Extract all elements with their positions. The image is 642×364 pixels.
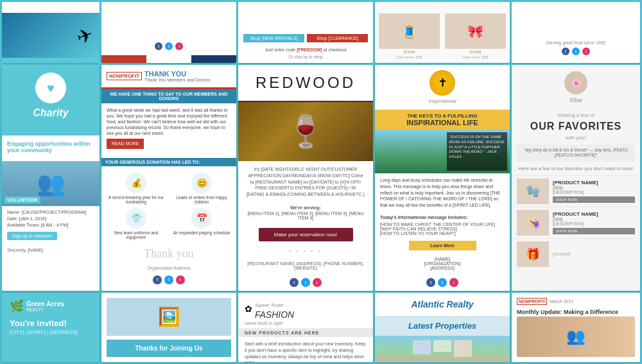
product-name-2: [PRODUCT NAME] (553, 211, 635, 217)
thanks-joining-banner: Thanks for Joining Us (107, 340, 231, 357)
smiles-icon: 😊 (191, 173, 212, 193)
thankyou-script: Thank you (101, 243, 236, 264)
shop-buttons: Shop [NEW ARRIVALS] Shop [CLEARANCE] (238, 31, 373, 45)
favorites-brand: Élise (518, 97, 634, 103)
ga-realty-label: REALTY (26, 308, 64, 313)
favorites-title: OUR FAVORITES (512, 121, 640, 135)
leaf-icon: 🌿 (10, 299, 24, 313)
product-price-2: [$$$] (553, 217, 635, 221)
fundraising-icon: 💰 (126, 173, 146, 193)
blue-bar (191, 55, 236, 63)
nonprofit-ig-icon[interactable]: i (176, 275, 185, 284)
inspire-tw-icon[interactable]: t (438, 278, 447, 287)
product-label-1: [ITEM] (379, 49, 440, 54)
volunteer-label: VOLUNTEER (4, 196, 40, 204)
nonprofit2-image: 👥 (517, 316, 635, 357)
ga-brand-name: Green Acres (26, 300, 64, 308)
nonprofit-fb-icon[interactable]: f (153, 275, 162, 284)
airline-card-top: ✈ (2, 2, 100, 63)
icon-item-2: 😊 Loads of smiles from happy children (171, 173, 232, 204)
form-times-field: Available Times: [8 AM - 4 PM] (7, 223, 94, 227)
charity-header: ♥ Charity (2, 65, 100, 135)
charity-card: ♥ Charity Engaging opportunities within … (2, 65, 100, 291)
promo-suffix: at checkout (322, 48, 347, 52)
product-label-2: [ITEM] (445, 49, 506, 54)
nonprofit-logo: NONPROFIT (107, 72, 142, 80)
product-image-3: 🎁 (517, 241, 549, 267)
product-item-2: 👒 [PRODUCT NAME] [$$$] [DESCRIPTION] SHO… (512, 207, 640, 238)
atlantic-realty-card: Atlantic Realty Latest Properties (375, 293, 510, 362)
green-acres-card: 🌿 Green Acres REALTY You're invited! [CI… (2, 293, 100, 362)
white-bar (146, 55, 191, 63)
fashion-inner: ✿ Sweet Tooth FASHION sweet tooth in sty… (238, 293, 373, 362)
form-date-field: Date: [JAN 1, 2016] (7, 216, 94, 221)
shop-now-btn-1[interactable]: SHOP NOW (553, 196, 635, 203)
inspire-footer: [NAME] [ORGANIZATION] [ADDRESS] (375, 253, 510, 274)
patriotic-fb-icon[interactable]: f (155, 42, 162, 50)
charity-heart-icon: ♥ (47, 81, 55, 96)
red-bar (101, 55, 146, 63)
icon-item-1: 💰 A record-breaking year for our fundrai… (105, 173, 167, 204)
placeholder-icon: 🖼️ (158, 306, 180, 327)
product-price-2: Sale price: [$$] (445, 54, 506, 59)
promo-prefix: Just enter code (265, 48, 297, 52)
footer-address: [ADDRESS] (380, 266, 505, 270)
atlantic-brand: Atlantic Realty (381, 299, 503, 309)
nonprofit-card: NONPROFIT THANK YOU Thank You Members an… (101, 65, 236, 291)
learn-more-btn[interactable]: Learn More (409, 241, 476, 250)
inspire-ig-icon[interactable]: i (449, 278, 458, 287)
promo-code-area: Just enter code [FREEDOM] at checkout (238, 45, 373, 55)
restaurant-fb-icon[interactable]: f (562, 48, 569, 55)
redwood-footer: [RESTAURANT NAME], [ADDRESS], [PHONE NUM… (238, 257, 373, 274)
favorites-prompt: Here are a few of our favorites you don'… (512, 166, 640, 175)
inspire-body: Long days and busy schedules can make li… (375, 173, 510, 212)
inspire-logo: ✝ (429, 70, 455, 96)
product-desc-2: [DESCRIPTION] (553, 221, 635, 226)
invited-text: You're invited! (10, 318, 92, 328)
image-overlay (238, 102, 373, 161)
new-arrivals-btn[interactable]: Shop [NEW ARRIVALS] (243, 34, 304, 42)
airline-image: ✈ (2, 13, 100, 58)
redwood-header: REDWOOD (238, 65, 373, 102)
shop-card-top: Shop [NEW ARRIVALS] Shop [CLEARANCE] Jus… (238, 2, 373, 63)
property-house-1 (413, 340, 431, 354)
shop-now-btn-2[interactable]: SHOP NOW (553, 228, 635, 234)
patriotic-text: f t i (101, 40, 236, 55)
patriotic-tw-icon[interactable]: t (165, 42, 173, 50)
airline-plane-icon: ✈ (74, 22, 96, 48)
green-acres-logo: 🌿 Green Acres REALTY (10, 299, 92, 313)
product-item-1: 🧤 [PRODUCT NAME] [$$$] [DESCRIPTION] SHO… (512, 175, 640, 207)
invited-sub: [CITY], [STATE] | [ADDRESS] (10, 329, 92, 335)
green-acres-inner: 🌿 Green Acres REALTY You're invited! [CI… (2, 293, 100, 362)
fashion-brand-row: ✿ Sweet Tooth FASHION (245, 298, 367, 320)
main-row: ♥ Charity Engaging opportunities within … (2, 65, 640, 291)
redwood-menu: We're serving: [MENU ITEM 1], [MENU ITEM… (238, 203, 373, 223)
reservation-btn[interactable]: Make your reservation now! (259, 228, 353, 241)
footer-name: [NAME] (380, 257, 505, 261)
product-top-2: 🎀 [ITEM] Sale price: [$$] (445, 13, 506, 59)
signup-btn[interactable]: Sign up to volunteer (7, 232, 57, 240)
clearance-btn[interactable]: Shop [CLEARANCE] (307, 34, 368, 42)
property-house-2 (433, 340, 451, 352)
inspirational-card: ✝ Inspirational THE KEYS TO A FULFILLING… (375, 65, 510, 291)
restaurant-ig-icon[interactable]: i (582, 48, 590, 55)
nonprofit-tw-icon[interactable]: t (164, 275, 173, 284)
charity-body: Engaging opportunities within your commu… (2, 135, 100, 161)
thanks-joining-card: 🖼️ Thanks for Joining Us (101, 293, 236, 362)
charity-image: 👥 VOLUNTEER (2, 161, 100, 206)
product-thumb-2: 🎀 (445, 13, 506, 49)
fashion-body: Start with a brief introduction about yo… (238, 337, 373, 362)
inspire-logo-text: Inspirational (380, 98, 505, 104)
read-more-btn[interactable]: READ MORE (107, 139, 144, 148)
redwood-ig-icon[interactable]: i (313, 278, 322, 287)
patriotic-ig-icon[interactable]: i (175, 42, 183, 50)
redwood-tw-icon[interactable]: t (301, 278, 310, 287)
redwood-fb-icon[interactable]: f (290, 278, 299, 287)
inspire-header: ✝ Inspirational (375, 65, 510, 110)
inspire-fb-icon[interactable]: f (426, 278, 435, 287)
inspire-message-items: [HOW TO MAKE CHRIST THE CENTER OF YOUR L… (375, 222, 510, 238)
restaurant-tw-icon[interactable]: t (572, 48, 580, 55)
icon-item-4: 📅 An expanded playing schedule (171, 208, 232, 239)
atlantic-header: Atlantic Realty (375, 293, 510, 316)
product-info-3: [product] (553, 252, 635, 256)
